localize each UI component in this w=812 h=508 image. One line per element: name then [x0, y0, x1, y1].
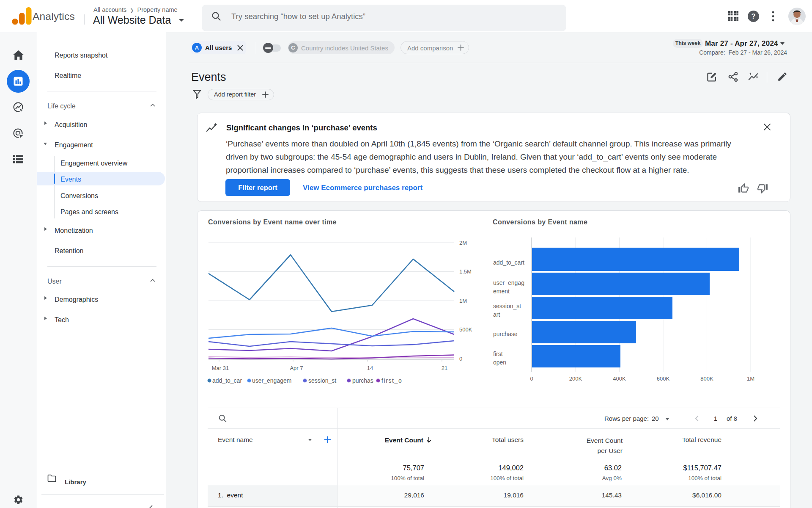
- svg-text:0: 0: [530, 375, 533, 382]
- svg-text:session_st: session_st: [308, 377, 336, 384]
- svg-text:add_to_car: add_to_car: [212, 377, 242, 384]
- svg-text:14: 14: [367, 365, 373, 371]
- svg-text:1.5M: 1.5M: [459, 268, 472, 275]
- svg-text:1M: 1M: [747, 375, 754, 382]
- svg-text:open: open: [493, 359, 506, 366]
- svg-text:0: 0: [459, 356, 462, 362]
- svg-text:21: 21: [442, 365, 447, 371]
- svg-text:purchase: purchase: [493, 331, 518, 337]
- svg-text:Mar 31: Mar 31: [212, 365, 229, 371]
- svg-text:user_engag: user_engag: [493, 279, 524, 286]
- svg-text:500K: 500K: [459, 326, 472, 333]
- svg-text:800K: 800K: [700, 375, 713, 382]
- svg-text:200K: 200K: [569, 375, 582, 382]
- svg-text:400K: 400K: [613, 375, 626, 382]
- svg-text:2M: 2M: [459, 240, 467, 246]
- svg-text:ement: ement: [493, 288, 510, 295]
- svg-text:user_engagem: user_engagem: [252, 377, 291, 384]
- svg-text:add_to_cart: add_to_cart: [493, 259, 524, 266]
- svg-text:Apr 7: Apr 7: [290, 365, 303, 371]
- svg-text:art: art: [493, 311, 500, 318]
- svg-text:600K: 600K: [657, 375, 670, 382]
- svg-text:purchas: purchas: [352, 377, 373, 384]
- svg-text:session_st: session_st: [493, 303, 521, 309]
- svg-text:first_o: first_o: [381, 377, 402, 384]
- svg-text:first_: first_: [493, 351, 506, 357]
- svg-text:1M: 1M: [459, 298, 467, 304]
